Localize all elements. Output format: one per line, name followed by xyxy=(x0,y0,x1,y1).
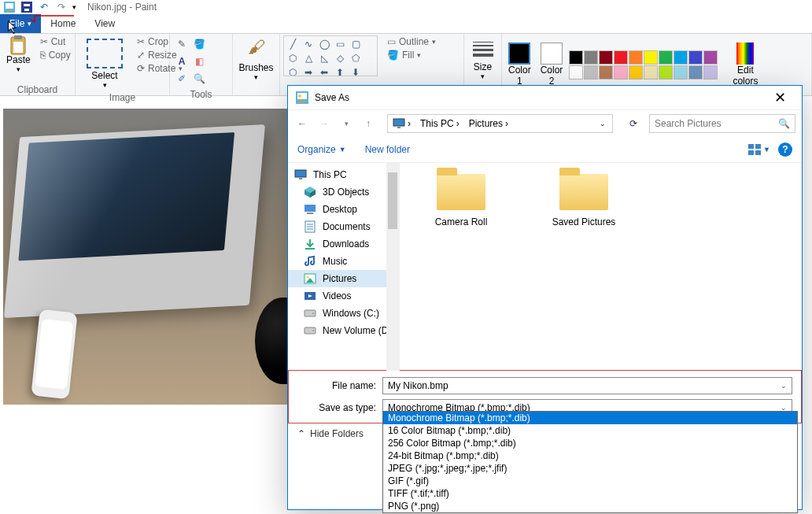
folder-content[interactable]: Camera RollSaved Pictures xyxy=(400,163,802,371)
file-name-input[interactable]: My Nikon.bmp⌄ xyxy=(382,377,792,394)
shape-curve[interactable]: ∿ xyxy=(301,38,316,50)
locations-dropdown[interactable]: ⌄ xyxy=(595,120,611,128)
history-button[interactable]: ▾ xyxy=(338,116,354,131)
palette-color[interactable] xyxy=(599,50,613,65)
fill-icon[interactable]: 🪣 xyxy=(192,37,206,51)
undo-icon[interactable]: ↶ xyxy=(38,1,50,13)
paste-button[interactable]: Paste ▾ xyxy=(3,35,34,75)
breadcrumb-root[interactable]: › xyxy=(389,116,414,131)
edit-colors-button[interactable]: Edit colors xyxy=(729,41,761,88)
up-button[interactable]: ↑ xyxy=(360,116,376,131)
new-folder-button[interactable]: New folder xyxy=(365,144,410,155)
copy-button[interactable]: ⎘Copy xyxy=(37,49,74,61)
shape-darrow[interactable]: ⬇ xyxy=(349,66,363,76)
color1-button[interactable]: Color 1 xyxy=(505,41,534,88)
search-input[interactable]: Search Pictures 🔍 xyxy=(649,114,795,133)
outline-button[interactable]: ▭Outline ▾ xyxy=(384,35,439,48)
view-mode-button[interactable]: ▼ xyxy=(748,144,770,155)
close-button[interactable]: ✕ xyxy=(766,86,794,109)
palette-color[interactable] xyxy=(688,50,703,65)
shape-rtri[interactable]: ◺ xyxy=(317,52,331,65)
folder-item[interactable]: Camera Roll xyxy=(422,174,500,227)
fill-button[interactable]: 🪣Fill ▾ xyxy=(384,49,439,61)
palette-color[interactable] xyxy=(629,50,643,65)
nav-item[interactable]: New Volume (D: xyxy=(288,322,399,339)
nav-item[interactable]: Videos xyxy=(288,287,399,305)
nav-item[interactable]: Desktop xyxy=(288,201,399,218)
save-icon[interactable] xyxy=(20,1,33,13)
dropdown-option[interactable]: 256 Color Bitmap (*.bmp;*.dib) xyxy=(383,437,797,449)
pencil-icon[interactable]: ✎ xyxy=(175,37,189,51)
nav-item[interactable]: 3D Objects xyxy=(288,183,399,201)
text-icon[interactable]: A xyxy=(175,54,189,68)
dropdown-option[interactable]: Monochrome Bitmap (*.bmp;*.dib) xyxy=(383,412,797,424)
palette-color[interactable] xyxy=(703,65,718,80)
palette-color[interactable] xyxy=(569,50,583,65)
shape-poly[interactable]: ⬡ xyxy=(286,52,300,65)
nav-item[interactable]: Music xyxy=(288,253,399,270)
shape-tri[interactable]: △ xyxy=(301,52,316,65)
breadcrumb-item[interactable]: Pictures› xyxy=(466,116,511,131)
canvas-image[interactable] xyxy=(3,109,302,405)
shape-line[interactable]: ╱ xyxy=(286,38,300,50)
breadcrumb-bar[interactable]: › This PC› Pictures› ⌄ xyxy=(387,114,613,133)
select-button[interactable]: Select ▾ xyxy=(79,35,131,91)
brushes-button[interactable]: 🖌 Brushes ▾ xyxy=(235,35,276,83)
qat-more-icon[interactable]: ▾ xyxy=(72,3,76,11)
help-button[interactable]: ? xyxy=(778,142,792,157)
palette-color[interactable] xyxy=(584,65,598,80)
dropdown-option[interactable]: PNG (*.png) xyxy=(383,500,797,512)
palette-color[interactable] xyxy=(569,65,583,80)
palette-color[interactable] xyxy=(614,50,628,65)
shape-rarrow[interactable]: ➡ xyxy=(301,66,316,76)
palette-color[interactable] xyxy=(659,50,673,65)
redo-icon[interactable]: ↷ xyxy=(55,1,68,13)
folder-item[interactable]: Saved Pictures xyxy=(544,174,623,227)
palette-color[interactable] xyxy=(584,50,598,65)
cut-button[interactable]: ✂Cut xyxy=(37,35,74,48)
shape-larrow[interactable]: ⬅ xyxy=(317,66,331,76)
scrollbar-thumb[interactable] xyxy=(388,172,397,229)
nav-item[interactable]: Documents xyxy=(288,218,399,235)
shapes-gallery[interactable]: ╱ ∿ ◯ ▭ ▢ ⬡ △ ◺ ◇ ⬠ ⬡ ➡ ⬅ ⬆ ⬇ ✦ ★ ✶ ◑ ▭ xyxy=(283,35,378,76)
palette-color[interactable] xyxy=(644,65,658,80)
palette-color[interactable] xyxy=(674,50,688,65)
palette-color[interactable] xyxy=(614,65,628,80)
shape-oval[interactable]: ◯ xyxy=(317,38,331,50)
eraser-icon[interactable]: ◧ xyxy=(192,54,206,68)
dropdown-option[interactable]: 24-bit Bitmap (*.bmp;*.dib) xyxy=(383,449,797,462)
shape-pent[interactable]: ⬠ xyxy=(349,52,363,65)
tab-file[interactable]: File▾ xyxy=(0,14,41,33)
nav-item[interactable]: Pictures xyxy=(288,270,399,287)
shape-diamond[interactable]: ◇ xyxy=(333,52,347,65)
palette-color[interactable] xyxy=(659,65,673,80)
palette-color[interactable] xyxy=(703,50,718,65)
organize-button[interactable]: Organize▼ xyxy=(297,144,346,155)
forward-button[interactable]: → xyxy=(316,116,332,131)
palette-color[interactable] xyxy=(688,65,703,80)
refresh-button[interactable]: ⟳ xyxy=(624,114,643,133)
picker-icon[interactable]: ✐ xyxy=(175,72,189,86)
palette-color[interactable] xyxy=(599,65,613,80)
shape-rect[interactable]: ▭ xyxy=(333,38,347,50)
nav-item[interactable]: Downloads xyxy=(288,235,399,253)
dropdown-option[interactable]: 16 Color Bitmap (*.bmp;*.dib) xyxy=(383,424,797,437)
shape-uarrow[interactable]: ⬆ xyxy=(333,66,347,76)
nav-item[interactable]: This PC xyxy=(288,166,399,183)
color2-button[interactable]: Color 2 xyxy=(537,41,567,88)
dropdown-option[interactable]: JPEG (*.jpg;*.jpeg;*.jpe;*.jfif) xyxy=(383,462,797,475)
dropdown-option[interactable]: GIF (*.gif) xyxy=(383,475,797,487)
dropdown-option[interactable]: TIFF (*.tif;*.tiff) xyxy=(383,487,797,500)
zoom-icon[interactable]: 🔍 xyxy=(192,72,206,86)
shape-hex[interactable]: ⬡ xyxy=(286,66,300,76)
scrollbar[interactable] xyxy=(386,163,399,371)
breadcrumb-item[interactable]: This PC› xyxy=(417,116,463,131)
nav-item[interactable]: Windows (C:) xyxy=(288,305,399,322)
palette-color[interactable] xyxy=(644,50,658,65)
tab-view[interactable]: View xyxy=(85,14,124,33)
palette-color[interactable] xyxy=(674,65,688,80)
hide-folders-button[interactable]: ⌃Hide Folders xyxy=(297,428,364,439)
palette-color[interactable] xyxy=(629,65,643,80)
chevron-down-icon[interactable]: ⌄ xyxy=(781,382,787,390)
size-button[interactable]: Size ▾ xyxy=(470,40,496,82)
